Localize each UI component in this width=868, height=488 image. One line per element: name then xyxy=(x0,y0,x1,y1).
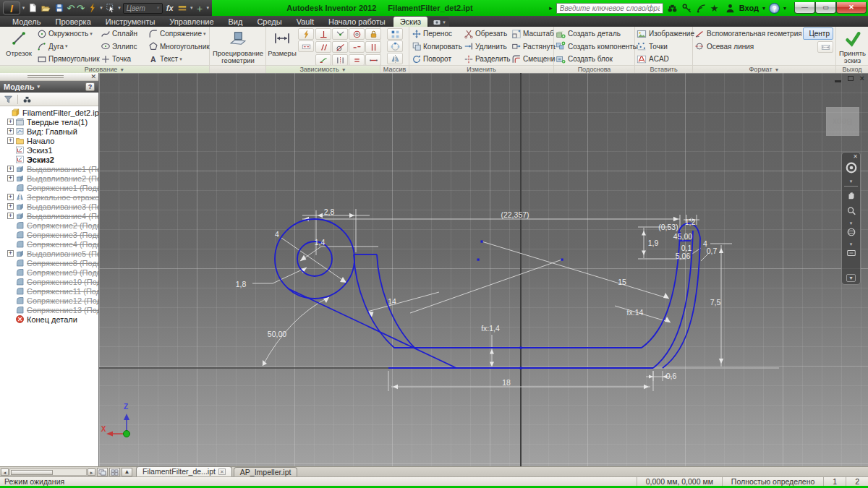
search-input[interactable] xyxy=(556,3,663,14)
show-constraints-button[interactable] xyxy=(298,40,314,52)
app-menu-dropdown-icon[interactable]: ▾ xyxy=(22,5,25,11)
viewcube[interactable]: Верх xyxy=(826,107,859,136)
tile-windows-button[interactable] xyxy=(109,468,120,476)
appearance-icon[interactable] xyxy=(177,2,188,14)
parameters-fx-button[interactable]: fx xyxy=(165,4,175,12)
sign-in-dropdown-icon[interactable]: ▾ xyxy=(762,5,765,12)
centerline-tool-button[interactable]: Осевая линия xyxy=(694,40,801,53)
select-icon[interactable] xyxy=(105,2,116,14)
dimension-label-16[interactable]: 1,2 xyxy=(685,218,696,226)
parallel-constraint-button[interactable] xyxy=(315,41,331,53)
tree-expander-icon[interactable]: + xyxy=(7,203,14,210)
tree-expander-icon[interactable]: + xyxy=(7,119,14,125)
navbar-options-icon[interactable]: ▾ xyxy=(846,274,855,282)
center-point-toggle[interactable]: Центр xyxy=(803,27,833,40)
tree-expander-icon[interactable]: + xyxy=(7,128,14,134)
dropdown-icon[interactable]: ▾ xyxy=(203,31,206,37)
browser-help-icon[interactable]: ? xyxy=(85,82,95,91)
update-icon[interactable] xyxy=(87,2,98,14)
vertical-constraint-button[interactable] xyxy=(365,41,381,53)
doc-restore-icon[interactable] xyxy=(848,76,854,81)
makecomp-tool-button[interactable]: Создать компоненты xyxy=(556,40,638,53)
dimension-label-14[interactable]: 1,9 xyxy=(648,239,659,247)
tree-expander-icon[interactable]: + xyxy=(7,250,14,257)
acad-tool-button[interactable]: ACAD xyxy=(637,53,694,66)
dimension-label-19[interactable]: 5,06 xyxy=(676,252,690,260)
tree-item-9[interactable]: Сопряжение1 (Подавлено) xyxy=(1,183,98,192)
ribbon-tab-3[interactable]: Инструменты xyxy=(99,17,162,27)
dimension-label-15[interactable]: (0,53) xyxy=(658,223,678,231)
finish-sketch-button[interactable]: Принять эскиз xyxy=(838,27,868,64)
dimension-label-17[interactable]: 45,00 xyxy=(673,232,692,241)
tree-expander-icon[interactable]: + xyxy=(7,213,14,219)
ribbon-tab-2[interactable]: Проверка xyxy=(48,17,97,27)
makepart-tool-button[interactable]: Создать деталь xyxy=(556,27,638,40)
close-button[interactable]: ✕ xyxy=(836,2,867,14)
dimension-label-12[interactable]: 0,6 xyxy=(666,372,677,380)
sign-in-person-icon[interactable] xyxy=(725,3,736,14)
tree-item-13[interactable]: Сопряжение2 (Подавлено) xyxy=(1,221,98,230)
search-binoculars-icon[interactable] xyxy=(667,3,678,14)
dimension-label-7[interactable]: 14 xyxy=(388,297,396,306)
spline-tool-button[interactable]: Сплайн xyxy=(100,27,148,40)
circle-tool-button[interactable]: Окружность▾ xyxy=(36,27,100,40)
tree-item-14[interactable]: Сопряжение3 (Подавлено) xyxy=(1,230,98,239)
find-binoculars-icon[interactable] xyxy=(22,95,32,104)
zoom-icon[interactable] xyxy=(846,206,856,219)
scrollbar-track[interactable] xyxy=(9,468,87,476)
collinear-constraint-button[interactable] xyxy=(349,41,365,53)
dimension-label-23[interactable]: X xyxy=(101,425,106,433)
pan-hand-icon[interactable] xyxy=(846,190,856,203)
horizontal-constraint-button[interactable] xyxy=(365,54,381,66)
dimension-label-11[interactable]: 18 xyxy=(502,378,511,387)
stretch-tool-button[interactable]: Растянуть xyxy=(511,40,556,53)
help-dropdown-icon[interactable]: ▾ xyxy=(783,5,786,12)
arc-tool-button[interactable]: Дуга▾ xyxy=(36,40,100,53)
coincident-constraint-button[interactable] xyxy=(332,28,348,40)
image-tool-button[interactable]: Изображение xyxy=(637,27,694,40)
tree-item-12[interactable]: +Выдавливание4 (Подавлено) xyxy=(1,211,98,221)
tree-item-11[interactable]: +Выдавливание3 (Подавлено) xyxy=(1,202,98,211)
scale-tool-button[interactable]: Масштаб xyxy=(511,27,556,40)
steering-wheel-icon[interactable] xyxy=(845,161,858,177)
move-tool-button[interactable]: Перенос xyxy=(411,27,463,40)
mirror-button[interactable] xyxy=(387,53,403,64)
tree-item-3[interactable]: +Вид: Главный xyxy=(1,127,98,136)
screen-panel-button[interactable]: ▾ xyxy=(429,17,449,27)
perpendicular-constraint-button[interactable] xyxy=(315,28,331,40)
rotate-tool-button[interactable]: Поворот xyxy=(411,53,463,65)
tree-expander-icon[interactable]: + xyxy=(7,175,14,181)
browser-title-dropdown-icon[interactable]: ▾ xyxy=(38,84,41,90)
fillet-tool-button[interactable]: Сопряжение▾ xyxy=(148,27,213,40)
tree-item-20[interactable]: Сопряжение11 (Подавлено) xyxy=(1,286,98,296)
application-menu-button[interactable]: I xyxy=(3,1,20,14)
ellipse-tool-button[interactable]: Эллипс xyxy=(100,40,148,53)
tree-item-22[interactable]: Сопряжение13 (Подавлено) xyxy=(1,305,98,314)
dropdown-icon[interactable]: ▾ xyxy=(179,56,182,62)
tree-expander-icon[interactable]: + xyxy=(7,194,14,200)
point-tool-button[interactable]: Точка xyxy=(100,53,148,65)
line-tool-button[interactable]: Отрезок xyxy=(1,27,36,57)
search-expand-icon[interactable]: ▸ xyxy=(549,4,553,12)
browser-header[interactable]: Модель ▾ ? xyxy=(0,81,98,93)
orbit-icon[interactable] xyxy=(846,227,856,240)
subscription-key-icon[interactable] xyxy=(681,3,692,14)
tree-item-5[interactable]: Эскиз1 xyxy=(1,145,98,155)
auto-dimension-button[interactable] xyxy=(298,28,314,40)
tree-item-18[interactable]: Сопряжение9 (Подавлено) xyxy=(1,267,98,277)
dropdown-icon[interactable]: ▾ xyxy=(90,31,93,37)
concentric-constraint-button[interactable] xyxy=(349,28,365,40)
redo-icon[interactable]: ↷ xyxy=(77,2,85,14)
filter-funnel-icon[interactable] xyxy=(4,95,13,104)
undo-icon[interactable]: ↶ xyxy=(67,2,75,14)
tree-item-10[interactable]: +Зеркальное отражение1 (П xyxy=(1,192,98,202)
construction-tool-button[interactable]: Вспомогательная геометрия xyxy=(694,27,801,40)
dimension-label-2[interactable]: (22,357) xyxy=(501,210,529,219)
expand-tabs-button[interactable]: ▲ xyxy=(122,468,132,476)
panel-constraint-footer[interactable]: Зависимость▼ xyxy=(266,65,380,73)
save-icon[interactable] xyxy=(54,2,64,14)
open-file-icon[interactable] xyxy=(41,2,51,14)
tree-item-1[interactable]: FilamentFilter_det2.ipt xyxy=(1,108,98,117)
browser-grip[interactable] xyxy=(27,75,64,78)
help-icon[interactable]: ? xyxy=(769,3,780,14)
